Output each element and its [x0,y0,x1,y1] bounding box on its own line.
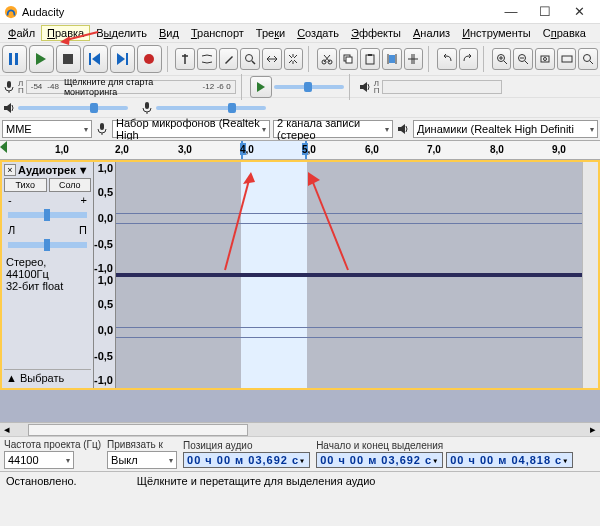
envelope-tool-icon[interactable] [197,48,217,70]
stop-button[interactable] [56,45,81,73]
svg-rect-4 [63,54,73,64]
timeshift-tool-icon[interactable] [262,48,282,70]
mic-icon [140,101,154,115]
menu-select[interactable]: Выделить [90,25,153,41]
svg-line-11 [252,61,255,64]
svg-marker-3 [36,53,46,65]
waveform-display[interactable] [116,162,582,388]
snap-combo[interactable]: Выкл▾ [107,451,177,469]
menu-file[interactable]: Файл [2,25,41,41]
zoom-fit-button[interactable] [557,48,577,70]
play-at-speed-button[interactable] [250,76,272,98]
play-speed-slider[interactable] [274,85,344,89]
menu-effects[interactable]: Эффекты [345,25,407,41]
recording-device-combo[interactable]: Набор микрофонов (Realtek High▾ [112,120,270,138]
snap-label: Привязать к [107,439,177,450]
selection-tool-icon[interactable] [175,48,195,70]
playback-state: Остановлено. [6,475,77,487]
svg-rect-1 [9,53,12,65]
menu-transport[interactable]: Транспорт [185,25,250,41]
svg-rect-38 [145,102,149,109]
svg-rect-39 [100,123,104,130]
playback-meter[interactable] [382,80,502,94]
svg-rect-18 [389,55,395,63]
svg-line-35 [590,61,593,64]
svg-point-10 [246,55,253,62]
svg-rect-8 [126,53,128,65]
solo-button[interactable]: Соло [49,178,92,192]
horizontal-scrollbar[interactable]: ◂ ▸ [0,422,600,436]
app-logo-icon [4,5,18,19]
recording-volume-slider[interactable] [156,106,266,110]
paste-button[interactable] [360,48,380,70]
meter-lr-label: ЛП [18,80,24,94]
title-bar: Audacity — ☐ ✕ [0,0,600,24]
svg-rect-15 [346,57,352,63]
menu-generate[interactable]: Создать [291,25,345,41]
svg-rect-16 [366,55,374,64]
skip-end-button[interactable] [110,45,135,73]
pause-button[interactable] [2,45,27,73]
undo-button[interactable] [437,48,457,70]
redo-button[interactable] [459,48,479,70]
track-info: Стерео, 44100Гц32-бит float [4,254,91,294]
maximize-button[interactable]: ☐ [528,0,562,24]
copy-button[interactable] [339,48,359,70]
menu-edit[interactable]: Правка [41,25,90,41]
playback-device-combo[interactable]: Динамики (Realtek High Definiti▾ [413,120,598,138]
play-button[interactable] [29,45,54,73]
project-rate-combo[interactable]: 44100▾ [4,451,74,469]
svg-point-32 [543,58,546,61]
multi-tool-icon[interactable] [284,48,304,70]
menu-tracks[interactable]: Треки [250,25,291,41]
track-menu-icon[interactable]: ▼ [78,164,89,176]
track-name[interactable]: Аудиотрек [18,164,76,176]
status-bar: Остановлено. Щёлкните и перетащите для в… [0,471,600,489]
trim-button[interactable] [382,48,402,70]
vertical-ruler: 1,0 0,5 0,0 -0,5 -1,0 1,0 0,5 0,0 -0,5 -… [94,162,116,388]
svg-rect-31 [541,56,549,62]
draw-tool-icon[interactable] [219,48,239,70]
timeline-ruler[interactable]: 1,0 2,0 3,0 4,0 5,0 6,0 7,0 8,0 9,0 [0,140,600,160]
minimize-button[interactable]: — [494,0,528,24]
speaker-icon [2,101,16,115]
svg-rect-17 [368,54,372,56]
track-select-button[interactable]: Выбрать [20,372,64,384]
cut-button[interactable] [317,48,337,70]
zoom-toggle-button[interactable] [578,48,598,70]
selection-end-field[interactable]: 00 ч 00 м 04,818 с▾ [446,452,573,468]
pin-icon [0,141,9,161]
menu-view[interactable]: Вид [153,25,185,41]
recording-meter[interactable]: -54 -48 Щёлкните для старта мониторинга … [26,80,236,94]
menu-analyze[interactable]: Анализ [407,25,456,41]
svg-marker-37 [257,82,265,92]
svg-rect-2 [15,53,18,65]
audio-host-combo[interactable]: MME▾ [2,120,92,138]
zoom-out-button[interactable] [513,48,533,70]
vertical-scrollbar[interactable] [582,162,598,388]
silence-button[interactable] [404,48,424,70]
audio-position-field[interactable]: 00 ч 00 м 03,692 с▾ [183,452,310,468]
svg-marker-7 [117,53,125,65]
close-button[interactable]: ✕ [562,0,596,24]
recording-channels-combo[interactable]: 2 канала записи (стерео▾ [273,120,393,138]
zoom-tool-icon[interactable] [240,48,260,70]
speaker-icon [358,80,372,94]
skip-start-button[interactable] [83,45,108,73]
svg-rect-5 [89,53,91,65]
mute-button[interactable]: Тихо [4,178,47,192]
track-close-button[interactable]: × [4,164,16,176]
zoom-in-button[interactable] [492,48,512,70]
svg-rect-33 [562,56,572,62]
mixer-toolbar [0,97,600,117]
playback-volume-slider[interactable] [18,106,128,110]
zoom-fit-sel-button[interactable] [535,48,555,70]
gain-slider[interactable] [8,212,87,218]
pan-slider[interactable] [8,242,87,248]
menu-help[interactable]: Справка [537,25,592,41]
menu-tools[interactable]: Инструменты [456,25,537,41]
svg-line-29 [525,61,528,64]
selection-start-field[interactable]: 00 ч 00 м 03,692 с▾ [316,452,443,468]
track-collapse-icon[interactable]: ▲ [6,372,17,384]
record-button[interactable] [137,45,162,73]
